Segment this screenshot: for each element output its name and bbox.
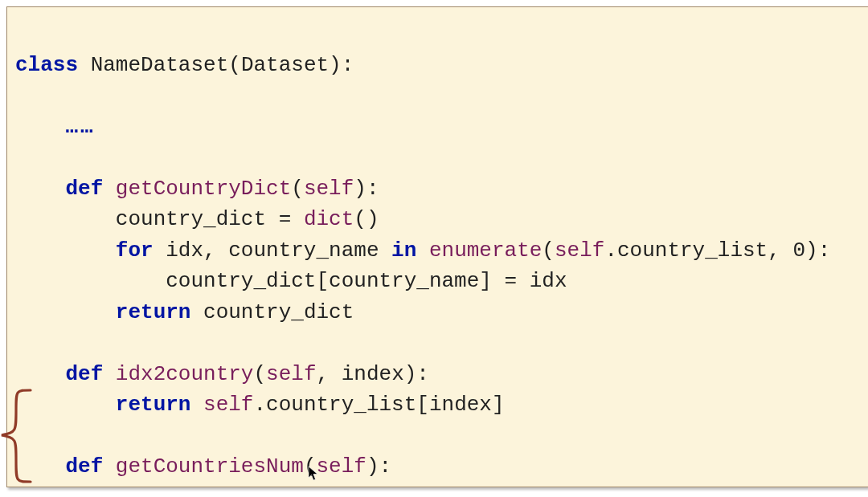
paren-close: ): [329, 53, 354, 77]
code-line-1: class NameDataset(Dataset): [15, 53, 354, 77]
keyword-return: return [116, 300, 191, 324]
code-line-fn1-2: for idx, country_name in enumerate(self.… [15, 238, 830, 263]
class-name: NameDataset [91, 53, 229, 77]
code-line-fn1-def: def getCountryDict(self): [15, 177, 379, 201]
ellipsis: …… [65, 115, 95, 139]
keyword-return: return [116, 486, 191, 488]
code-line-fn1-4: return country_dict [15, 300, 354, 324]
keyword-for: for [116, 238, 154, 263]
text-space [78, 53, 91, 77]
self-ref: self [203, 486, 253, 488]
curly-brace-annotation [0, 384, 35, 488]
class-base: Dataset [241, 53, 329, 77]
fn-name: getCountriesNum [116, 454, 304, 479]
code-line-fn2-1: return self.country_list[index] [15, 393, 505, 417]
self-ref: self [203, 393, 253, 417]
builtin-enumerate: enumerate [429, 238, 542, 263]
self-param: self [304, 177, 354, 201]
builtin-dict: dict [304, 207, 354, 231]
code-line-fn3-1: return self.country_num [15, 486, 404, 488]
var: country_dict [116, 207, 266, 231]
code-line-fn3-def: def getCountriesNum(self): [15, 454, 391, 479]
code-line-fn1-1: country_dict = dict() [15, 207, 379, 231]
fn-name: getCountryDict [116, 177, 291, 201]
self-ref: self [555, 238, 604, 263]
self-param: self [266, 362, 316, 386]
keyword-return: return [116, 393, 191, 417]
code-line-fn1-3: country_dict[country_name] = idx [15, 269, 567, 293]
code-line-fn2-def: def idx2country(self, index): [15, 362, 429, 386]
fn-name: idx2country [116, 362, 254, 386]
code-block: class NameDataset(Dataset): …… def getCo… [6, 6, 868, 487]
paren-open: ( [228, 53, 241, 77]
keyword-class: class [15, 53, 78, 77]
keyword-def: def [65, 177, 103, 201]
mouse-cursor-icon [308, 466, 319, 482]
self-param: self [317, 454, 366, 479]
code-line-ellipsis: …… [15, 115, 96, 139]
keyword-def: def [65, 362, 103, 386]
keyword-def: def [65, 454, 103, 479]
keyword-in: in [391, 238, 416, 263]
